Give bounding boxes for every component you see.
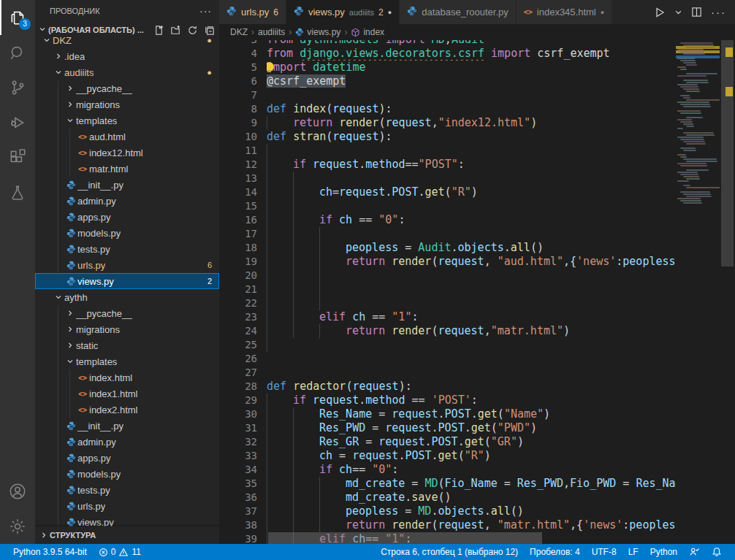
tree-item-index12-html[interactable]: <>index12.html	[35, 145, 219, 161]
split-editor-icon[interactable]	[691, 7, 702, 18]
tree-item-label: migrations	[76, 324, 120, 335]
python-interpreter[interactable]: Python 3.9.5 64-bit	[7, 544, 93, 560]
tree-item-label: models.py	[77, 228, 121, 239]
code-editor[interactable]: 3from aythh.models import MD,Audit4from …	[219, 40, 676, 544]
tree-item-label: aud.html	[89, 131, 126, 142]
tree-item-aythh[interactable]: aythh	[35, 289, 219, 305]
tree-item-label: .idea	[64, 51, 85, 62]
vertical-scrollbar[interactable]	[720, 40, 735, 544]
cursor-position[interactable]: Строка 6, столбец 1 (выбрано 12)	[375, 544, 524, 560]
modified-dot-icon[interactable]: ●	[601, 9, 604, 16]
activity-bar: 3	[0, 0, 35, 544]
html-file-icon: <>	[76, 374, 89, 382]
code-line-20: 20	[219, 269, 676, 283]
chevron-right-icon	[64, 341, 76, 350]
tree-item-index-html[interactable]: <>index.html	[35, 369, 219, 386]
tab-index345-html[interactable]: <> index345.html ●	[517, 0, 612, 24]
tab-urls-py[interactable]: urls.py 6	[219, 0, 286, 24]
chevron-right-icon	[53, 52, 64, 61]
tree-item-DKZ[interactable]: DKZ●	[35, 32, 219, 48]
tree-item--init-py[interactable]: __init__.py	[35, 177, 219, 193]
problems-indicator[interactable]: 0 11	[93, 544, 147, 560]
code-line-14: 14ch=request.POST.get("R")	[219, 185, 676, 199]
code-line-24: 24return render(request,"matr.html")	[219, 324, 676, 338]
tree-item-label: urls.py	[77, 501, 105, 512]
run-file-icon[interactable]	[654, 7, 666, 18]
outline-section[interactable]: СТРУКТУРА	[35, 526, 219, 544]
indentation[interactable]: Пробелов: 4	[524, 544, 586, 560]
line-number: 6	[219, 74, 257, 88]
extensions-icon[interactable]	[0, 140, 35, 175]
editor-actions: ···	[645, 0, 735, 24]
tree-item-admin-py[interactable]: admin.py	[35, 434, 219, 450]
minimap[interactable]	[676, 40, 720, 544]
tree-item-aud-html[interactable]: <>aud.html	[35, 129, 219, 145]
language-mode[interactable]: Python	[644, 544, 683, 560]
account-icon[interactable]	[0, 474, 35, 509]
sidebar-more-icon[interactable]: ···	[199, 5, 212, 17]
tree-item--pycache-[interactable]: __pycache__	[35, 305, 219, 321]
code-line-32: 32Res_GR = request.POST.get("GR")	[219, 435, 676, 449]
line-number: 21	[219, 283, 257, 296]
tree-item-migrations[interactable]: migrations	[35, 321, 219, 337]
tree-item-templates[interactable]: templates	[35, 353, 219, 369]
tree-item--pycache-[interactable]: __pycache__	[35, 80, 219, 96]
breadcrumb-item[interactable]: DKZ	[230, 27, 248, 37]
scrollbar-thumb[interactable]	[721, 40, 734, 266]
python-file-icon	[64, 212, 77, 222]
explorer-icon[interactable]: 3	[0, 0, 35, 35]
tree-item-views-py[interactable]: views.py2	[35, 273, 219, 289]
tree-item-urls-py[interactable]: urls.py6	[35, 257, 219, 273]
tree-item--init-py[interactable]: __init__.py	[35, 418, 219, 434]
settings-gear-icon[interactable]	[0, 509, 35, 544]
tree-item-models-py[interactable]: models.py	[35, 466, 219, 482]
line-number: 16	[219, 213, 257, 227]
code-line-15: 15	[219, 199, 676, 213]
testing-icon[interactable]	[0, 175, 35, 210]
horizontal-scrollbar[interactable]	[268, 532, 542, 544]
tree-item--idea[interactable]: .idea	[35, 48, 219, 64]
tree-item-static[interactable]: static	[35, 337, 219, 353]
more-actions-icon[interactable]: ···	[711, 6, 726, 18]
tree-item-models-py[interactable]: models.py	[35, 225, 219, 241]
tree-item-tests-py[interactable]: tests.py	[35, 482, 219, 498]
tab-views-py[interactable]: views.py audiiits 2 ●	[286, 0, 400, 24]
tree-item-admin-py[interactable]: admin.py	[35, 193, 219, 209]
code-line-5: 5import datetime	[219, 61, 676, 74]
tree-item-migrations[interactable]: migrations	[35, 96, 219, 112]
tree-item-apps-py[interactable]: apps.py	[35, 209, 219, 225]
breadcrumb-item[interactable]: index	[351, 27, 384, 37]
modified-dot-icon[interactable]: ●	[388, 9, 392, 16]
python-file-icon	[294, 6, 304, 18]
source-control-icon[interactable]	[0, 70, 35, 105]
tree-item-index2-html[interactable]: <>index2.html	[35, 402, 219, 418]
breadcrumb-item[interactable]: audiiits	[258, 27, 285, 37]
tree-item-index1-html[interactable]: <>index1.html	[35, 386, 219, 402]
code-line-21: 21	[219, 283, 676, 296]
tree-item-tests-py[interactable]: tests.py	[35, 241, 219, 257]
tree-item-urls-py[interactable]: urls.py	[35, 498, 219, 514]
feedback-icon[interactable]	[683, 544, 706, 560]
code-line-18: 18peopless = Audit.objects.all()	[219, 241, 676, 255]
tree-item-audiiits[interactable]: audiiits●	[35, 64, 219, 80]
tab-database-roouter-py[interactable]: database_roouter.py	[400, 0, 517, 24]
tab-description: audiiits	[349, 8, 374, 17]
tree-item-templates[interactable]: templates	[35, 112, 219, 129]
chevron-right-icon: ›	[344, 27, 347, 37]
run-dropdown-chevron-icon[interactable]	[674, 8, 682, 16]
chevron-down-icon	[53, 68, 64, 77]
encoding[interactable]: UTF-8	[586, 544, 622, 560]
python-file-icon	[64, 421, 77, 431]
tree-item-matr-html[interactable]: <>matr.html	[35, 161, 219, 177]
chevron-right-icon: ›	[251, 27, 254, 37]
tree-item-apps-py[interactable]: apps.py	[35, 450, 219, 466]
breadcrumb-item[interactable]: views.py	[295, 27, 340, 37]
eol-sequence[interactable]: LF	[622, 544, 644, 560]
modified-dot-icon: ●	[207, 68, 219, 77]
notifications-bell-icon[interactable]	[706, 544, 728, 560]
line-number: 3	[219, 40, 257, 47]
tree-item-label: audiiits	[64, 67, 94, 78]
run-debug-icon[interactable]	[0, 105, 35, 140]
search-icon[interactable]	[0, 35, 35, 70]
html-file-icon: <>	[524, 8, 533, 16]
